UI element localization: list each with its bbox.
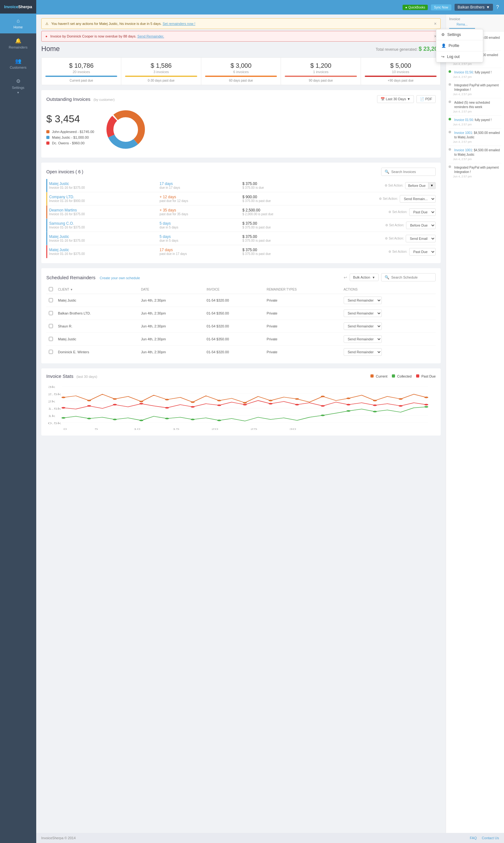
row-checkbox[interactable] bbox=[49, 324, 53, 328]
panel-tab-rema[interactable]: Rema... bbox=[449, 21, 475, 29]
svg-text:20: 20 bbox=[211, 428, 218, 431]
dropdown-item-settings[interactable]: ⚙ Settings bbox=[436, 29, 483, 40]
stat-amount-60: $ 3,000 bbox=[204, 62, 278, 69]
row-checkbox[interactable] bbox=[49, 298, 53, 302]
donut-chart bbox=[104, 107, 148, 153]
profile-icon: 👤 bbox=[441, 43, 446, 48]
sidebar-item-home[interactable]: ⌂ Home bbox=[0, 14, 36, 33]
contact-link[interactable]: Contact Us bbox=[482, 836, 499, 840]
sched-action-select[interactable]: Send Remainder bbox=[344, 310, 382, 317]
sched-invoice: 01-54 $320.00 bbox=[204, 346, 264, 358]
set-remainders-link[interactable]: Set remainders now ! bbox=[163, 22, 195, 25]
svg-point-63 bbox=[424, 404, 428, 406]
activity-time: Jun 4, 2:57 pm bbox=[449, 123, 502, 126]
activity-text: Invoice 1001: $4,500.00 emailed to Matej… bbox=[454, 148, 502, 157]
alert-warning-close[interactable]: × bbox=[434, 21, 437, 26]
scheduled-reminders-section: Scheduled Remainders Create your own sch… bbox=[41, 268, 441, 363]
sched-action-select[interactable]: Send Remainder bbox=[344, 348, 382, 356]
invoice-row: Matej Justic Invoice 01-16 for $375.00 1… bbox=[46, 245, 436, 258]
action-main-btn[interactable]: Before Due bbox=[405, 182, 428, 189]
sched-type: Private bbox=[264, 294, 341, 307]
user-dropdown[interactable]: Balkan Brothers ▼ bbox=[454, 4, 493, 11]
sched-date: Jun 4th, 2:30pm bbox=[139, 307, 204, 320]
activity-link[interactable]: Invoice 01:56 bbox=[454, 71, 473, 74]
action-arrow-btn[interactable]: ▼ bbox=[428, 182, 436, 189]
sync-now-button[interactable]: Sync Now bbox=[431, 4, 451, 11]
sched-action-select[interactable]: Send Remainder bbox=[344, 335, 382, 343]
home-icon: ⌂ bbox=[17, 18, 20, 24]
svg-point-41 bbox=[139, 420, 143, 421]
invoice-amount-sub: $ 375.00 is due bbox=[242, 186, 325, 189]
action-select[interactable]: Before Due bbox=[406, 222, 436, 229]
sidebar-item-remainders[interactable]: 🔔 Remainders bbox=[0, 33, 36, 54]
activity-dot bbox=[449, 118, 451, 120]
create-schedule-link[interactable]: Create your own schedule bbox=[100, 276, 140, 280]
outstanding-details: $ 3,454 John Appleseed - $1745.00 Matej … bbox=[46, 113, 94, 147]
footer-copyright: InvoiceSherpa © 2014 bbox=[41, 836, 76, 840]
legend-dot-2 bbox=[46, 141, 50, 145]
svg-point-55 bbox=[217, 405, 221, 406]
activity-item: Added (5) new scheduled reminders this w… bbox=[449, 98, 502, 116]
sidebar-item-remainders-label: Remainders bbox=[9, 46, 28, 49]
search-invoices-box[interactable]: 🔍 bbox=[381, 168, 436, 176]
invoice-client-name[interactable]: Matej Justic bbox=[49, 181, 160, 186]
activity-text: Invoice 01:56: fully payed ! bbox=[454, 118, 502, 122]
search-invoices-input[interactable] bbox=[391, 170, 432, 174]
collected-line bbox=[63, 407, 426, 421]
sidebar-item-settings[interactable]: ⚙ Settings ▼ bbox=[0, 74, 36, 99]
action-select[interactable]: Past Due bbox=[409, 248, 436, 256]
revenue-display: Total revenue generated: $ 23,200 bbox=[376, 46, 441, 52]
dropdown-item-logout[interactable]: ↪ Log out bbox=[436, 51, 483, 62]
activity-link[interactable]: Invoice 1001 bbox=[454, 148, 472, 152]
invoice-days: 17 days bbox=[160, 248, 242, 252]
activity-link[interactable]: Invoice 01:56 bbox=[454, 118, 473, 122]
invoice-client-name[interactable]: Matej Justic bbox=[49, 234, 160, 239]
date-filter-button[interactable]: 📅 Last 30 Days ▼ bbox=[377, 95, 414, 103]
invoice-client-name[interactable]: Matej Justic bbox=[49, 248, 160, 252]
svg-point-28 bbox=[191, 402, 195, 403]
dropdown-item-profile[interactable]: 👤 Profile bbox=[436, 40, 483, 51]
search-schedule-box[interactable]: 🔍 bbox=[381, 273, 436, 281]
sched-action-select[interactable]: Send Remainder bbox=[344, 322, 382, 330]
svg-point-3 bbox=[114, 118, 138, 141]
invoice-sub: Invoice 01-16 for $375.00 bbox=[49, 186, 160, 189]
activity-link[interactable]: Invoice 1001 bbox=[454, 131, 472, 135]
select-all-checkbox[interactable] bbox=[49, 287, 53, 291]
line-chart: 3k 2.5k 2k 1.5k 1k 0.5k 0 5 10 15 20 bbox=[46, 383, 436, 431]
legend-collected-label: Collected bbox=[397, 374, 412, 378]
invoice-client-name[interactable]: Deamon Martins bbox=[49, 208, 160, 212]
svg-text:1.5k: 1.5k bbox=[48, 407, 61, 410]
search-schedule-input[interactable] bbox=[391, 276, 432, 279]
help-button[interactable]: ? bbox=[496, 4, 499, 10]
row-checkbox[interactable] bbox=[49, 311, 53, 315]
invoice-days-label: due in 5 days bbox=[160, 239, 242, 242]
faq-link[interactable]: FAQ bbox=[470, 836, 477, 840]
open-invoices-title: Open invoices ( 6 ) bbox=[46, 169, 84, 174]
legend-label-0: John Appleseed - $1745.00 bbox=[52, 130, 94, 134]
action-select[interactable]: Past Due bbox=[409, 208, 436, 216]
action-split-button[interactable]: Before Due ▼ bbox=[405, 182, 436, 189]
row-checkbox[interactable] bbox=[49, 350, 53, 354]
sched-action-select[interactable]: Send Remainder bbox=[344, 297, 382, 304]
panel-tab-other[interactable] bbox=[475, 21, 501, 29]
invoice-days-label: past due for 35 days bbox=[160, 212, 242, 216]
bulk-action-button[interactable]: Bulk Action ▼ bbox=[350, 274, 379, 281]
legend-collected: Collected bbox=[392, 374, 412, 378]
svg-text:0: 0 bbox=[63, 428, 67, 431]
activity-dot bbox=[449, 70, 451, 73]
alert-danger-text: Invoice by Dominick Cooper is now overdu… bbox=[50, 34, 137, 38]
invoice-client-name[interactable]: Company LTD. bbox=[49, 195, 160, 199]
invoice-client-name[interactable]: Samsung C.O. bbox=[49, 221, 160, 226]
sidebar-item-customers[interactable]: 👥 Customers bbox=[0, 54, 36, 74]
row-checkbox[interactable] bbox=[49, 337, 53, 341]
header-right: ● QuickBooks Sync Now Balkan Brothers ▼ … bbox=[402, 4, 499, 11]
action-select[interactable]: Send Email bbox=[406, 235, 436, 242]
sort-icon: ▼ bbox=[70, 288, 73, 291]
pdf-button[interactable]: 📄 PDF bbox=[416, 95, 436, 103]
activity-item: Integrated PayPal with payment Integrati… bbox=[449, 163, 502, 180]
stat-invoices-60: 6 invoices bbox=[204, 70, 278, 74]
action-select[interactable]: Send Remain... bbox=[400, 195, 436, 203]
svg-point-62 bbox=[399, 405, 402, 407]
legend-dot-0 bbox=[46, 130, 50, 133]
send-remainder-link[interactable]: Send Remainder. bbox=[137, 34, 164, 38]
